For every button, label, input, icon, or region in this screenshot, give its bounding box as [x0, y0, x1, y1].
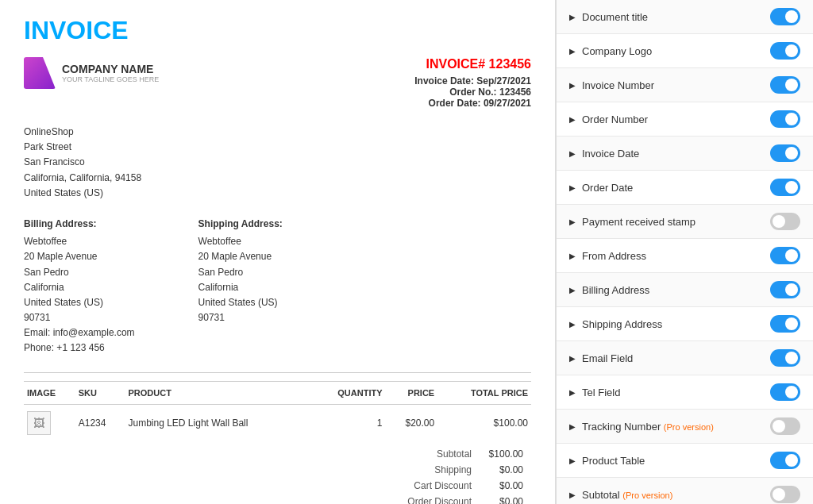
- toggle-slider: [770, 76, 800, 94]
- settings-item-order-number: ▶Order Number: [557, 102, 813, 137]
- toggle-slider: [770, 144, 800, 162]
- settings-label: Shipping Address: [582, 318, 662, 330]
- expand-arrow-icon[interactable]: ▶: [569, 217, 576, 226]
- toggle-slider: [770, 247, 800, 264]
- shipping-address-block: Shipping Address: Webtoffee 20 Maple Ave…: [198, 217, 283, 356]
- settings-item-left: ▶Subtotal (Pro version): [569, 489, 672, 501]
- toggle-slider: [770, 110, 800, 128]
- shipping-value: $0.00: [480, 463, 530, 477]
- cart-discount-label: Cart Discount: [401, 479, 478, 493]
- settings-panel: ▶Document title▶Company Logo▶Invoice Num…: [556, 0, 813, 504]
- expand-arrow-icon[interactable]: ▶: [569, 81, 576, 90]
- toggle-company-logo[interactable]: [770, 42, 800, 60]
- expand-arrow-icon[interactable]: ▶: [569, 149, 576, 158]
- settings-item-document-title: ▶Document title: [557, 0, 813, 34]
- toggle-payment-received[interactable]: [770, 213, 800, 230]
- col-quantity: QUANTITY: [310, 381, 385, 404]
- settings-item-company-logo: ▶Company Logo: [557, 34, 813, 68]
- invoice-meta: Invoice Date: Sep/27/2021 Order No.: 123…: [414, 75, 531, 109]
- toggle-slider: [770, 349, 800, 367]
- toggle-subtotal-pro[interactable]: [770, 486, 800, 503]
- order-discount-row: Order Discount $0.00: [401, 494, 530, 504]
- toggle-billing-address[interactable]: [770, 281, 800, 298]
- expand-arrow-icon[interactable]: ▶: [569, 354, 576, 363]
- toggle-tel-field[interactable]: [770, 383, 800, 401]
- expand-arrow-icon[interactable]: ▶: [569, 286, 576, 294]
- col-total-price: TOTAL PRICE: [437, 381, 531, 404]
- shipping-label: Shipping: [401, 463, 478, 477]
- settings-item-email-field: ▶Email Field: [557, 341, 813, 375]
- expand-arrow-icon[interactable]: ▶: [569, 115, 576, 124]
- expand-arrow-icon[interactable]: ▶: [569, 13, 576, 21]
- settings-item-left: ▶Document title: [569, 11, 648, 23]
- settings-item-order-date: ▶Order Date: [557, 171, 813, 205]
- invoice-number-display: INVOICE# 123456: [414, 57, 531, 71]
- invoice-title: INVOICE: [24, 16, 531, 45]
- settings-item-shipping-address: ▶Shipping Address: [557, 307, 813, 341]
- shipping-row: Shipping $0.00: [401, 463, 530, 477]
- company-name-block: COMPANY NAME YOUR TAGLINE GOES HERE: [62, 63, 159, 83]
- settings-label: Order Date: [582, 182, 633, 194]
- toggle-order-number[interactable]: [770, 110, 800, 128]
- toggle-slider: [770, 42, 800, 60]
- toggle-document-title[interactable]: [770, 8, 800, 25]
- expand-arrow-icon[interactable]: ▶: [569, 422, 576, 431]
- image-icon: 🖼: [33, 417, 44, 429]
- toggle-slider: [770, 213, 800, 230]
- settings-label: Tracking Number (Pro version): [582, 421, 714, 433]
- order-discount-label: Order Discount: [401, 494, 478, 504]
- invoice-panel: INVOICE COMPANY NAME YOUR TAGLINE GOES H…: [0, 0, 556, 504]
- settings-item-payment-received: ▶Payment received stamp: [557, 205, 813, 239]
- toggle-shipping-address[interactable]: [770, 315, 800, 333]
- toggle-slider: [770, 486, 800, 503]
- expand-arrow-icon[interactable]: ▶: [569, 320, 576, 329]
- settings-item-left: ▶Invoice Number: [569, 79, 654, 91]
- settings-item-invoice-date: ▶Invoice Date: [557, 137, 813, 171]
- toggle-email-field[interactable]: [770, 349, 800, 367]
- settings-item-left: ▶Order Date: [569, 182, 633, 194]
- invoice-number-block: INVOICE# 123456 Invoice Date: Sep/27/202…: [414, 57, 531, 109]
- toggle-slider: [770, 452, 800, 469]
- subtotal-value: $100.00: [480, 447, 530, 461]
- settings-label: Billing Address: [582, 284, 649, 296]
- expand-arrow-icon[interactable]: ▶: [569, 456, 576, 465]
- settings-item-left: ▶Tracking Number (Pro version): [569, 421, 714, 433]
- expand-arrow-icon[interactable]: ▶: [569, 47, 576, 56]
- sender-name: OnlineShop: [24, 125, 531, 140]
- settings-item-left: ▶Tel Field: [569, 387, 620, 398]
- toggle-product-table[interactable]: [770, 452, 800, 469]
- subtotal-row: Subtotal $100.00: [401, 447, 530, 461]
- table-row: 🖼 A1234 Jumbing LED Light Wall Ball 1 $2…: [24, 404, 531, 441]
- settings-item-product-table: ▶Product Table: [557, 444, 813, 478]
- settings-item-billing-address: ▶Billing Address: [557, 273, 813, 307]
- toggle-invoice-date[interactable]: [770, 144, 800, 162]
- settings-item-left: ▶Payment received stamp: [569, 216, 695, 228]
- shipping-title: Shipping Address:: [198, 217, 283, 232]
- settings-label: Tel Field: [582, 387, 620, 398]
- row-total: $100.00: [437, 404, 531, 441]
- expand-arrow-icon[interactable]: ▶: [569, 252, 576, 260]
- settings-item-left: ▶Product Table: [569, 455, 645, 467]
- toggle-invoice-number[interactable]: [770, 76, 800, 94]
- settings-item-left: ▶Shipping Address: [569, 318, 662, 330]
- table-divider-top: [24, 372, 531, 373]
- expand-arrow-icon[interactable]: ▶: [569, 491, 576, 499]
- company-logo: COMPANY NAME YOUR TAGLINE GOES HERE: [24, 57, 159, 89]
- sender-city: San Francisco: [24, 155, 531, 170]
- logo-icon-shape: [24, 57, 56, 89]
- toggle-order-date[interactable]: [770, 179, 800, 196]
- expand-arrow-icon[interactable]: ▶: [569, 388, 576, 397]
- expand-arrow-icon[interactable]: ▶: [569, 183, 576, 192]
- settings-item-left: ▶Billing Address: [569, 284, 649, 296]
- settings-label: Payment received stamp: [582, 216, 695, 228]
- settings-item-left: ▶Company Logo: [569, 45, 652, 57]
- row-price: $20.00: [386, 404, 438, 441]
- totals-section: Subtotal $100.00 Shipping $0.00 Cart Dis…: [24, 445, 531, 504]
- product-table: IMAGE SKU PRODUCT QUANTITY PRICE TOTAL P…: [24, 381, 531, 441]
- totals-table: Subtotal $100.00 Shipping $0.00 Cart Dis…: [399, 445, 531, 504]
- subtotal-label: Subtotal: [401, 447, 478, 461]
- cart-discount-value: $0.00: [480, 479, 530, 493]
- toggle-tracking-number[interactable]: [770, 417, 800, 435]
- billing-title: Billing Address:: [24, 217, 135, 232]
- toggle-from-address[interactable]: [770, 247, 800, 264]
